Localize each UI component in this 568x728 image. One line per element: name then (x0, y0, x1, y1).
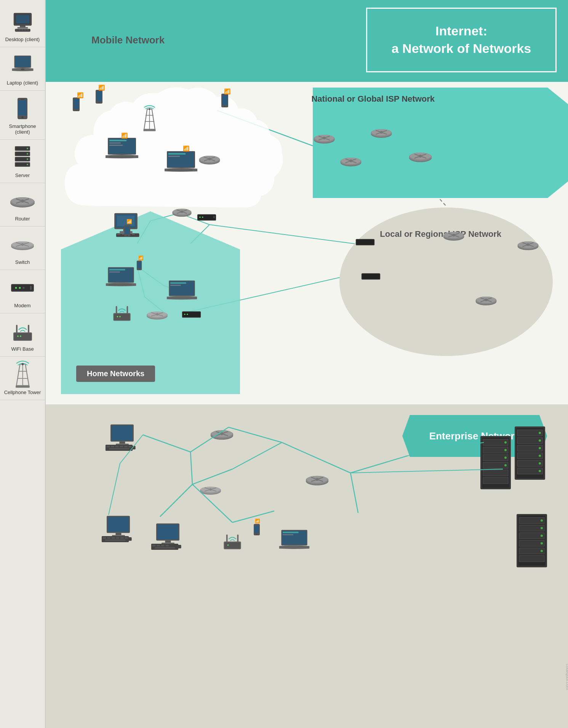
svg-rect-101 (96, 91, 102, 101)
svg-point-315 (539, 455, 541, 457)
svg-rect-114 (109, 140, 126, 141)
svg-rect-297 (155, 547, 175, 549)
svg-rect-115 (109, 142, 121, 144)
svg-rect-104 (222, 95, 227, 105)
svg-point-326 (504, 441, 507, 444)
national-isp-label: National or Global ISP Network (311, 93, 435, 105)
mobile-device-3 (221, 93, 229, 109)
svg-rect-280 (103, 537, 106, 539)
svg-rect-51 (28, 325, 29, 333)
svg-rect-12 (15, 56, 30, 67)
svg-point-356 (541, 550, 543, 552)
sidebar-label-smartphone: Smartphone (client) (2, 123, 43, 135)
svg-rect-10 (27, 29, 29, 30)
svg-rect-3 (20, 25, 26, 27)
svg-rect-60 (16, 385, 30, 388)
svg-point-13 (21, 69, 24, 70)
sidebar-label-desktop: Desktop (client) (5, 37, 40, 42)
svg-point-309 (539, 439, 541, 442)
svg-rect-241 (107, 446, 110, 447)
cloud-laptop-2 (164, 150, 198, 177)
svg-rect-331 (483, 455, 508, 460)
svg-point-16 (22, 117, 24, 118)
svg-point-259 (209, 488, 211, 490)
lisp-router-1 (442, 228, 465, 243)
nisp-router-4 (408, 148, 433, 165)
home-smartphone-lower (136, 260, 142, 272)
svg-point-207 (184, 314, 186, 315)
svg-rect-182 (125, 227, 130, 234)
svg-rect-305 (518, 430, 542, 436)
sidebar-item-laptop: Laptop (client) (0, 47, 45, 91)
svg-point-41 (21, 243, 24, 246)
wifi-signal-4: 📶 (121, 133, 128, 139)
ent-smartphone (253, 524, 260, 537)
lisp-router-3 (517, 238, 539, 253)
svg-rect-240 (106, 445, 133, 451)
svg-rect-317 (518, 461, 542, 466)
svg-point-23 (27, 153, 28, 155)
svg-rect-346 (520, 525, 544, 531)
svg-rect-194 (114, 314, 130, 320)
svg-rect-293 (152, 545, 156, 546)
cloud-cell-tower (141, 99, 158, 142)
svg-rect-276 (115, 533, 121, 535)
svg-point-329 (504, 449, 507, 451)
ent-server-rack-2 (480, 436, 511, 491)
svg-rect-300 (283, 532, 299, 533)
wifi-signal-2: 📶 (98, 85, 105, 91)
svg-rect-296 (165, 545, 169, 546)
cloud-router (198, 152, 221, 167)
svg-rect-349 (520, 533, 544, 538)
svg-rect-2 (16, 15, 30, 24)
svg-point-52 (17, 335, 19, 337)
svg-rect-8 (21, 29, 23, 30)
home-networks-label: Home Networks (76, 366, 155, 382)
ent-server-rack-1 (515, 426, 545, 481)
smartphone-icon (9, 95, 36, 122)
svg-point-44 (15, 287, 17, 289)
svg-point-204 (156, 313, 158, 315)
lisp-router-2 (475, 293, 498, 308)
svg-rect-7 (18, 29, 21, 30)
svg-point-219 (453, 234, 455, 236)
modem-icon (9, 275, 36, 301)
svg-rect-282 (112, 537, 115, 539)
server-icon (9, 144, 36, 171)
svg-point-335 (504, 464, 507, 466)
svg-rect-337 (483, 470, 508, 476)
sidebar-label-switch: Switch (15, 259, 30, 265)
svg-rect-192 (170, 285, 181, 286)
svg-point-265 (316, 478, 318, 481)
svg-rect-47 (30, 286, 32, 290)
sidebar-label-router: Router (15, 216, 30, 222)
sidebar-item-switch: Switch (0, 227, 45, 270)
svg-rect-269 (237, 535, 238, 542)
svg-rect-343 (520, 518, 544, 523)
wifi-signal-5: 📶 (183, 145, 189, 152)
svg-rect-122 (168, 169, 192, 171)
svg-rect-279 (102, 536, 129, 542)
mobile-network-cloud: 📶 📶 📶 📶 📶 (57, 76, 290, 217)
svg-rect-196 (126, 306, 128, 314)
svg-point-233 (527, 243, 530, 246)
svg-rect-9 (24, 29, 26, 30)
svg-point-211 (139, 269, 140, 270)
home-wifi-router (110, 301, 133, 325)
svg-rect-355 (520, 548, 544, 554)
watermark: codequoi.com (565, 664, 568, 690)
svg-point-134 (323, 137, 326, 139)
svg-rect-236 (112, 426, 133, 441)
nisp-router-3 (339, 154, 362, 169)
svg-rect-247 (109, 448, 129, 450)
sidebar-item-desktop: Desktop (client) (0, 4, 45, 47)
svg-point-53 (20, 335, 21, 337)
local-isp-label: Local or Regional ISP Network (380, 228, 501, 240)
svg-rect-339 (483, 478, 508, 483)
svg-rect-308 (518, 438, 542, 443)
sidebar-item-smartphone: Smartphone (client) (0, 91, 45, 140)
sidebar-item-server: Server (0, 140, 45, 183)
svg-rect-43 (12, 285, 33, 291)
laptop-icon (9, 52, 36, 78)
svg-rect-286 (105, 540, 125, 541)
